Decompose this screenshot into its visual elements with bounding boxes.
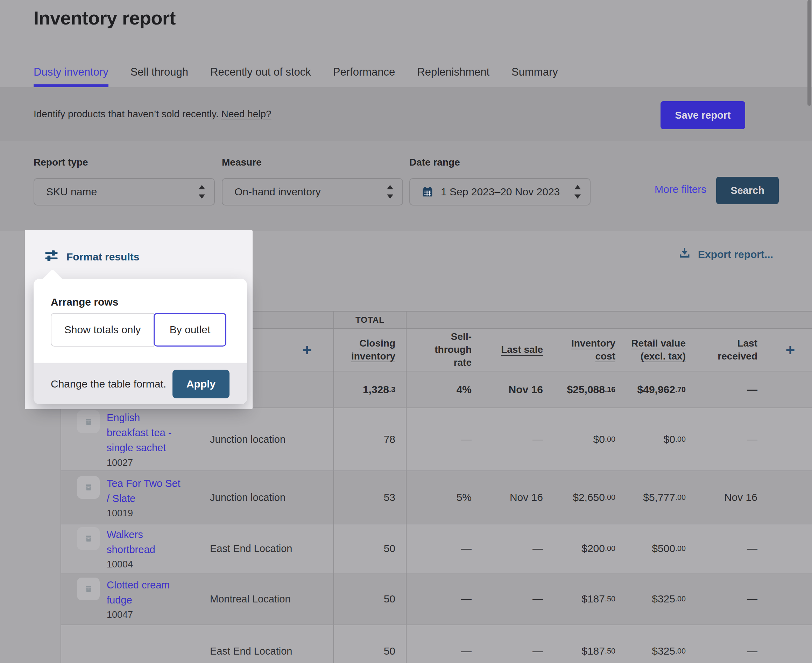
search-button[interactable]: Search bbox=[716, 177, 779, 204]
tab-sell-through[interactable]: Sell through bbox=[131, 66, 188, 84]
value-cell: $500.00 bbox=[626, 524, 696, 573]
apply-button[interactable]: Apply bbox=[173, 370, 229, 398]
arrange-rows-options: Show totals onlyBy outlet bbox=[51, 313, 229, 346]
export-report-button[interactable]: Export report... bbox=[678, 247, 773, 262]
popover-footer: Change the table format. Apply bbox=[34, 363, 247, 404]
product-image-icon bbox=[77, 527, 100, 550]
more-filters-link[interactable]: More filters bbox=[655, 183, 706, 195]
add-column-button[interactable]: + bbox=[786, 342, 795, 358]
product-link[interactable]: English breakfast tea - single sachet bbox=[107, 410, 183, 455]
value-cell: — bbox=[407, 625, 482, 663]
location-cell: East End Location bbox=[199, 524, 333, 573]
product-image-icon bbox=[77, 577, 100, 600]
table-row: Tea For Two Set / Slate10019Junction loc… bbox=[61, 471, 812, 524]
value-cell: $2,650.00 bbox=[554, 471, 626, 524]
report-banner: Identify products that haven’t sold rece… bbox=[0, 87, 812, 141]
value-cell: $200.00 bbox=[554, 524, 626, 573]
tab-dusty-inventory[interactable]: Dusty inventory bbox=[34, 66, 108, 87]
totals-spacer bbox=[768, 371, 812, 408]
location-cell: Montreal Location bbox=[199, 573, 333, 624]
format-results-label: Format results bbox=[66, 251, 139, 263]
value-cell: $0.00 bbox=[626, 408, 696, 471]
group-spacer bbox=[407, 312, 812, 328]
totals-value: 4% bbox=[407, 371, 482, 408]
value-cell: 53 bbox=[333, 471, 407, 524]
stepper-icon bbox=[575, 185, 581, 199]
table-row: Clotted cream fudge10047Montreal Locatio… bbox=[61, 573, 812, 625]
product-info: English breakfast tea - single sachet100… bbox=[107, 410, 183, 468]
column-header-last-sale: Last sale bbox=[482, 329, 554, 371]
need-help-link[interactable]: Need help? bbox=[221, 108, 271, 120]
sliders-icon bbox=[44, 248, 59, 265]
product: English breakfast tea - single sachet100… bbox=[77, 410, 183, 468]
value-cell: $187.50 bbox=[554, 625, 626, 663]
totals-value: $25,088.16 bbox=[554, 371, 626, 408]
value-cell: — bbox=[482, 408, 554, 471]
product-link[interactable]: Walkers shortbread bbox=[107, 527, 183, 557]
value-cell: — bbox=[696, 625, 768, 663]
product-info: Walkers shortbread10004 bbox=[107, 527, 183, 570]
product-link[interactable]: Tea For Two Set / Slate bbox=[107, 476, 183, 506]
table-row: English breakfast tea - single sachet100… bbox=[61, 408, 812, 471]
location-cell: East End Location bbox=[199, 625, 333, 663]
product-cell: English breakfast tea - single sachet100… bbox=[61, 408, 199, 471]
save-report-button[interactable]: Save report bbox=[660, 101, 745, 129]
report-type-group: Report type SKU name bbox=[34, 157, 215, 205]
stepper-icon bbox=[199, 185, 205, 199]
popover-footer-text: Change the table format. bbox=[51, 378, 166, 390]
column-header-label[interactable]: Inventory cost bbox=[566, 337, 615, 363]
column-header-sell-through-rate: Sell-through rate bbox=[407, 329, 482, 371]
date-range-select[interactable]: 1 Sep 2023–20 Nov 2023 bbox=[409, 178, 591, 205]
date-range-label: Date range bbox=[409, 157, 591, 168]
scrollbar-thumb[interactable] bbox=[807, 0, 811, 106]
value-cell: 5% bbox=[407, 471, 482, 524]
add-column-button[interactable]: + bbox=[302, 342, 312, 358]
report-type-select[interactable]: SKU name bbox=[34, 178, 215, 205]
value-cell: $0.00 bbox=[554, 408, 626, 471]
product-sku: 10027 bbox=[107, 458, 183, 468]
row-spacer bbox=[768, 408, 812, 471]
column-header-label[interactable]: Retail value (excl. tax) bbox=[626, 337, 686, 363]
measure-label: Measure bbox=[222, 157, 403, 168]
format-results-button[interactable]: Format results bbox=[44, 248, 139, 265]
banner-text: Identify products that haven’t sold rece… bbox=[34, 108, 219, 120]
product-info: Tea For Two Set / Slate10019 bbox=[107, 476, 183, 519]
format-results-popover: Arrange rows Show totals onlyBy outlet C… bbox=[34, 279, 247, 404]
tab-recently-out-of-stock[interactable]: Recently out of stock bbox=[210, 66, 311, 84]
tab-replenishment[interactable]: Replenishment bbox=[417, 66, 489, 84]
add-column-header-cell: + bbox=[768, 329, 812, 371]
value-cell: $5,777.00 bbox=[626, 471, 696, 524]
report-tabs: Dusty inventorySell throughRecently out … bbox=[34, 66, 558, 87]
column-header-label[interactable]: Last sale bbox=[501, 343, 543, 356]
location-cell: Junction location bbox=[199, 408, 333, 471]
value-cell: — bbox=[482, 524, 554, 573]
value-cell: — bbox=[696, 524, 768, 573]
value-cell: 78 bbox=[333, 408, 407, 471]
tab-summary[interactable]: Summary bbox=[512, 66, 558, 84]
product-link[interactable]: Clotted cream fudge bbox=[107, 577, 183, 608]
arrange-option-show-totals-only[interactable]: Show totals only bbox=[51, 313, 154, 346]
column-header-last-received: Last received bbox=[696, 329, 768, 371]
arrange-option-by-outlet[interactable]: By outlet bbox=[153, 313, 226, 346]
column-header-closing-inventory: Closing inventory bbox=[333, 329, 407, 371]
totals-value: $49,962.70 bbox=[626, 371, 696, 408]
calendar-icon bbox=[422, 186, 433, 197]
total-group-header: TOTAL bbox=[333, 312, 407, 328]
product-image-icon bbox=[77, 410, 100, 433]
row-spacer bbox=[768, 573, 812, 624]
download-icon bbox=[678, 247, 691, 262]
product-sku: 10004 bbox=[107, 559, 183, 570]
table-row: East End Location50——$187.50$325.00— bbox=[61, 625, 812, 663]
tab-performance[interactable]: Performance bbox=[333, 66, 395, 84]
stepper-icon bbox=[387, 185, 393, 199]
value-cell: — bbox=[696, 408, 768, 471]
location-cell: Junction location bbox=[199, 471, 333, 524]
row-spacer bbox=[768, 471, 812, 524]
product-cell: Tea For Two Set / Slate10019 bbox=[61, 471, 199, 524]
measure-select[interactable]: On-hand inventory bbox=[222, 178, 403, 205]
value-cell: 50 bbox=[333, 524, 407, 573]
row-spacer bbox=[768, 625, 812, 663]
column-header-label[interactable]: Closing inventory bbox=[342, 337, 396, 363]
measure-group: Measure On-hand inventory bbox=[222, 157, 403, 205]
measure-value: On-hand inventory bbox=[234, 186, 321, 198]
